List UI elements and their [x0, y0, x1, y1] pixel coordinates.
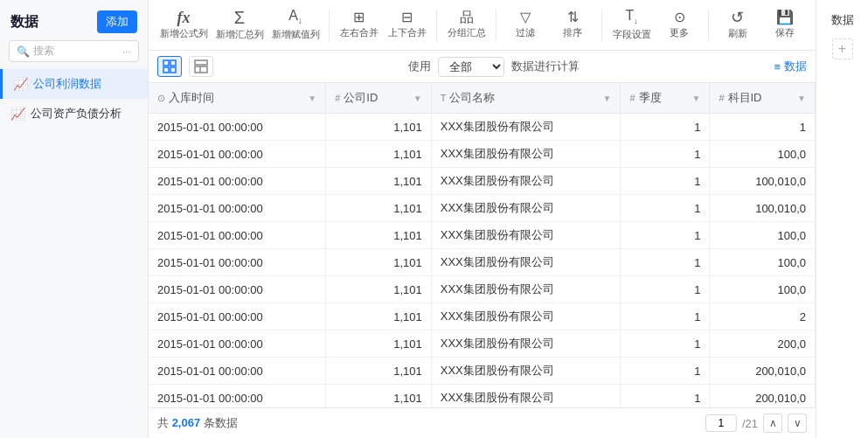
field-icon: T↓: [625, 9, 637, 25]
svg-rect-3: [170, 67, 176, 73]
main-content: fx 新增公式列 Σ 新增汇总列 A↓ 新增赋值列 ⊞ 左右合并 ⊟ 上下合并: [149, 0, 816, 438]
table-body: 2015-01-01 00:00:001,101XXX集团股份有限公司11201…: [149, 114, 816, 408]
sidebar-item-profit[interactable]: 📈 公司利润数据: [0, 69, 148, 99]
cell-subject_id: 100,0: [710, 249, 816, 276]
pivot-view-button[interactable]: [189, 56, 213, 77]
cell-company_id: 1,101: [326, 358, 432, 385]
number-icon-3: #: [719, 93, 724, 103]
col-header-time[interactable]: ⊙ 入库时间 ▼: [149, 83, 326, 114]
refresh-label: 刷新: [728, 27, 747, 40]
col-header-company-id[interactable]: # 公司ID ▼: [326, 83, 432, 114]
more-button[interactable]: ⊙ 更多: [657, 7, 701, 43]
cell-subject_id: 100,010,0: [710, 195, 816, 222]
right-panel-title: 数据: [826, 9, 859, 31]
toolbar: fx 新增公式列 Σ 新增汇总列 A↓ 新增赋值列 ⊞ 左右合并 ⊟ 上下合并: [149, 0, 816, 51]
field-settings-button[interactable]: T↓ 字段设置: [609, 5, 654, 44]
page-down-button[interactable]: ∨: [788, 414, 807, 433]
formula-col-button[interactable]: fx 新增公式列: [157, 6, 210, 44]
cell-quarter: 1: [621, 249, 710, 276]
sidebar-item-asset[interactable]: 📈 公司资产负债分析: [0, 99, 148, 129]
page-total: /21: [742, 417, 758, 430]
sort-quarter-icon: ▼: [691, 94, 700, 103]
add-data-button[interactable]: 添加: [97, 10, 137, 33]
page-up-button[interactable]: ∧: [763, 414, 782, 433]
cell-subject_id: 100,010,0: [710, 168, 816, 195]
table-row: 2015-01-01 00:00:001,101XXX集团股份有限公司1200,…: [149, 330, 816, 358]
merge-tb-button[interactable]: ⊟ 上下合并: [385, 7, 429, 43]
total-count: 2,067: [172, 416, 201, 429]
sort-cid-icon: ▼: [413, 94, 422, 103]
cell-time: 2015-01-01 00:00:00: [149, 330, 326, 358]
table-row: 2015-01-01 00:00:001,101XXX集团股份有限公司1100,…: [149, 249, 816, 276]
sort-button[interactable]: ⇅ 排序: [551, 7, 594, 43]
cell-time: 2015-01-01 00:00:00: [149, 195, 326, 222]
total-unit: 条数据: [204, 416, 238, 429]
save-button[interactable]: 💾 保存: [763, 7, 807, 43]
cell-subject_id: 200,010,0: [710, 358, 816, 385]
page-input[interactable]: [705, 414, 737, 432]
field-settings-label: 字段设置: [613, 28, 651, 41]
search-box[interactable]: 🔍 搜索 ···: [9, 40, 139, 62]
sort-time-icon: ▼: [308, 94, 316, 103]
divider-4: [601, 10, 602, 41]
sort-name-icon: ▼: [603, 94, 612, 103]
sidebar-item-label: 公司利润数据: [33, 76, 137, 92]
group-icon: 品: [460, 10, 474, 24]
table-row: 2015-01-01 00:00:001,101XXX集团股份有限公司1100,…: [149, 276, 816, 303]
sigma-icon: Σ: [234, 9, 245, 26]
cell-company_id: 1,101: [326, 114, 432, 141]
sum-col-label: 新增汇总列: [216, 28, 264, 41]
divider-3: [496, 10, 496, 41]
cell-quarter: 1: [621, 222, 710, 249]
add-panel-button[interactable]: +: [832, 38, 853, 59]
cell-company_id: 1,101: [326, 141, 432, 168]
filter-button[interactable]: ▽ 过滤: [503, 7, 547, 43]
cell-company_name: XXX集团股份有限公司: [431, 276, 621, 303]
table-row: 2015-01-01 00:00:001,101XXX集团股份有限公司1200,…: [149, 385, 816, 408]
col-header-subject-id[interactable]: # 科目ID ▼: [710, 83, 816, 114]
refresh-icon: ↺: [731, 10, 744, 25]
cell-quarter: 1: [621, 276, 710, 303]
table-view-button[interactable]: [157, 56, 182, 77]
group-sum-button[interactable]: 品 分组汇总: [444, 7, 489, 43]
sidebar-list: 📈 公司利润数据 📈 公司资产负债分析: [0, 69, 148, 438]
sort-sid-icon: ▼: [797, 94, 806, 103]
cell-quarter: 1: [621, 385, 710, 408]
more-icon: ⊙: [674, 10, 685, 24]
more-label: 更多: [670, 26, 689, 39]
text-col-button[interactable]: A↓ 新增赋值列: [269, 5, 322, 44]
cell-time: 2015-01-01 00:00:00: [149, 385, 326, 408]
table-row: 2015-01-01 00:00:001,101XXX集团股份有限公司1100,…: [149, 222, 816, 249]
filter-icon: ▽: [520, 10, 531, 24]
total-text: 共 2,067 条数据: [157, 415, 238, 431]
refresh-button[interactable]: ↺ 刷新: [716, 6, 760, 44]
sum-col-button[interactable]: Σ 新增汇总列: [213, 5, 266, 45]
right-panel-toggle[interactable]: ≡ 数据: [774, 59, 807, 74]
use-select[interactable]: 全部 部分: [438, 57, 504, 77]
search-placeholder: 搜索: [33, 44, 54, 59]
right-panel: 数据 +: [816, 0, 868, 438]
panel-icon: ≡: [774, 60, 781, 73]
filter-label: 过滤: [516, 26, 535, 39]
col-label-company-id: 公司ID: [344, 90, 378, 106]
cell-company_name: XXX集团股份有限公司: [431, 249, 621, 276]
fx-icon: fx: [177, 10, 191, 25]
merge-lr-icon: ⊞: [353, 10, 365, 24]
save-label: 保存: [775, 26, 795, 39]
total-label: 共: [157, 416, 169, 429]
cell-company_id: 1,101: [326, 222, 432, 249]
data-grid: ⊙ 入库时间 ▼ # 公司ID ▼: [149, 83, 816, 407]
cell-company_name: XXX集团股份有限公司: [431, 141, 621, 168]
table-row: 2015-01-01 00:00:001,101XXX集团股份有限公司1100,…: [149, 168, 816, 195]
cell-time: 2015-01-01 00:00:00: [149, 222, 326, 249]
cell-time: 2015-01-01 00:00:00: [149, 249, 326, 276]
cell-subject_id: 200,010,0: [710, 385, 816, 408]
merge-lr-button[interactable]: ⊞ 左右合并: [337, 7, 381, 43]
col-header-quarter[interactable]: # 季度 ▼: [621, 83, 710, 114]
cell-subject_id: 1: [710, 114, 816, 141]
col-header-company-name[interactable]: T 公司名称 ▼: [431, 83, 621, 114]
cell-quarter: 1: [621, 114, 710, 141]
text-col-label: 新增赋值列: [272, 28, 320, 41]
table-row: 2015-01-01 00:00:001,101XXX集团股份有限公司11: [149, 114, 816, 141]
cell-company_id: 1,101: [326, 303, 432, 330]
